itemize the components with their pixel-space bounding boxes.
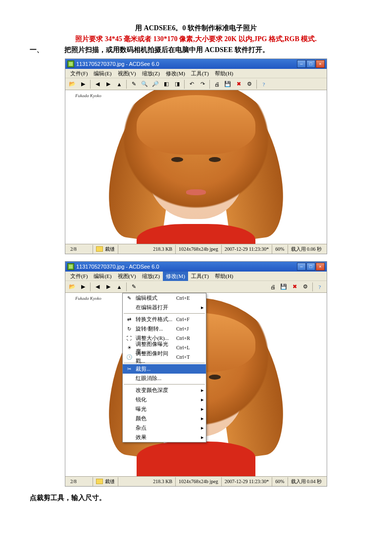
menu-item-sharpen[interactable]: 锐化▸ <box>123 395 206 404</box>
status-filesize: 218.3 KB <box>150 245 176 254</box>
step-1: 一、 把照片扫描，或用数码相机拍摄后在电脑中用 ACDSEE 软件打开。 <box>30 46 362 55</box>
zoom-actual-icon[interactable]: ◨ <box>172 79 182 89</box>
print-icon[interactable]: 🖨 <box>268 282 278 292</box>
browse-icon[interactable]: 📂 <box>67 79 77 89</box>
menu-tools[interactable]: 工具(T) <box>188 272 212 281</box>
delete-icon[interactable]: ✖ <box>290 282 299 292</box>
title-bar[interactable]: 1131705270370.jpg - ACDSee 6.0 – □ × <box>65 59 327 69</box>
rotate-right-icon[interactable]: ↷ <box>197 79 207 89</box>
menu-bar: 文件(F) 编辑(E) 视图(V) 缩放(Z) 修改(M) 工具(T) 帮助(H… <box>65 272 327 281</box>
footer-text: 点裁剪工具，输入尺寸。 <box>30 494 362 502</box>
status-zoom: 60% <box>272 245 288 254</box>
step-1-num: 一、 <box>30 46 64 55</box>
requirement-text: 照片要求 34*45 毫米或者 130*170 像素,大小要求 20K 以内,J… <box>30 35 362 44</box>
menu-file[interactable]: 文件(F) <box>67 272 91 281</box>
status-dimensions: 1024x768x24b jpeg <box>176 245 222 254</box>
status-date: 2007-12-29 11:23:30* <box>222 477 272 486</box>
menu-edit[interactable]: 编辑(E) <box>91 272 114 281</box>
zoom-fit-icon[interactable]: ◧ <box>161 79 171 89</box>
minimize-button[interactable]: – <box>297 60 306 68</box>
menu-zoom[interactable]: 缩放(Z) <box>139 69 163 78</box>
zoom-in-icon[interactable]: 🔍 <box>140 79 149 89</box>
image-viewport[interactable]: Fukada Kyoko <box>65 90 327 244</box>
menu-item-color-depth[interactable]: 改变颜色深度▸ <box>123 386 206 395</box>
toolbar: 📂 ▶ ◀ ▶ ▲ ✎ 🔍 🔎 ◧ ◨ ↶ ↷ 🖨 💾 ✖ ⚙ ? <box>65 78 327 90</box>
status-loadtime: 载入用 0.06 秒 <box>288 245 325 254</box>
menu-help[interactable]: 帮助(H) <box>212 272 236 281</box>
image-viewport[interactable]: Fukada Kyoko ✎编辑模式Ctrl+E 在编辑器打开▸ ⇄转换文件格式… <box>65 293 327 476</box>
close-button[interactable]: × <box>316 60 325 68</box>
next-icon[interactable]: ▶ <box>103 282 113 292</box>
close-button[interactable]: × <box>316 263 325 271</box>
slideshow-icon[interactable]: ▶ <box>78 282 88 292</box>
minimize-button[interactable]: – <box>297 263 306 271</box>
menu-view[interactable]: 视图(V) <box>115 69 139 78</box>
menu-item-noise[interactable]: 杂点▸ <box>123 423 206 433</box>
title-bar[interactable]: 1131705270370.jpg - ACDSee 6.0 – □ × <box>65 262 327 272</box>
toolbar: 📂 ▶ ◀ ▶ ▲ ✎ 🖨 💾 ✖ ⚙ ? <box>65 281 327 293</box>
status-filesize: 218.3 KB <box>150 477 176 486</box>
save-icon[interactable]: 💾 <box>223 79 233 89</box>
photo-content <box>107 90 285 244</box>
help-icon[interactable]: ? <box>315 282 325 292</box>
maximize-button[interactable]: □ <box>306 60 315 68</box>
browse-icon[interactable]: 📂 <box>67 282 77 292</box>
menu-modify[interactable]: 修改(M) <box>163 69 188 78</box>
menu-edit[interactable]: 编辑(E) <box>91 69 114 78</box>
menu-item-edit-mode[interactable]: ✎编辑模式Ctrl+E <box>123 293 206 303</box>
menu-item-timestamp[interactable]: 🕒调整图像时间戳...Ctrl+T <box>123 352 206 362</box>
status-date: 2007-12-29 11:23:30* <box>222 245 272 254</box>
properties-icon[interactable]: ⚙ <box>300 282 310 292</box>
zoom-out-icon[interactable]: 🔎 <box>150 79 160 89</box>
app-icon <box>67 263 74 270</box>
menu-item-exposure-sub[interactable]: 曝光▸ <box>123 404 206 414</box>
delete-icon[interactable]: ✖ <box>234 79 244 89</box>
status-position: 2/8 <box>67 477 93 486</box>
edit-icon[interactable]: ✎ <box>129 282 139 292</box>
status-position: 2/8 <box>67 245 93 254</box>
window-title: 1131705270370.jpg - ACDSee 6.0 <box>76 264 159 270</box>
status-folder: 裁缝 <box>93 477 118 486</box>
menu-help[interactable]: 帮助(H) <box>212 69 236 78</box>
status-bar: 2/8 裁缝 218.3 KB 1024x768x24b jpeg 2007-1… <box>65 476 327 486</box>
slideshow-icon[interactable]: ▶ <box>78 79 88 89</box>
screenshot-2: 1131705270370.jpg - ACDSee 6.0 – □ × 文件(… <box>65 261 327 487</box>
watermark-text: Fukada Kyoko <box>75 296 101 301</box>
step-1-text: 把照片扫描，或用数码相机拍摄后在电脑中用 ACDSEE 软件打开。 <box>64 46 362 55</box>
maximize-button[interactable]: □ <box>306 263 315 271</box>
print-icon[interactable]: 🖨 <box>212 79 222 89</box>
app-icon <box>67 60 74 67</box>
up-icon[interactable]: ▲ <box>114 282 124 292</box>
menu-zoom[interactable]: 缩放(Z) <box>139 272 163 281</box>
menu-item-effects[interactable]: 效果▸ <box>123 433 206 442</box>
status-dimensions: 1024x768x24b jpeg <box>176 477 222 486</box>
modify-dropdown: ✎编辑模式Ctrl+E 在编辑器打开▸ ⇄转换文件格式...Ctrl+F ↻旋转… <box>122 293 206 443</box>
prev-icon[interactable]: ◀ <box>93 79 102 89</box>
page-title: 用 ACDSEE6。0 软件制作标准电子照片 <box>30 24 362 33</box>
menu-item-redeye[interactable]: 红眼消除... <box>123 374 206 383</box>
screenshot-1: 1131705270370.jpg - ACDSee 6.0 – □ × 文件(… <box>65 58 327 254</box>
watermark-text: Fukada Kyoko <box>75 93 101 98</box>
menu-tools[interactable]: 工具(T) <box>188 69 212 78</box>
help-icon[interactable]: ? <box>259 79 269 89</box>
menu-modify[interactable]: 修改(M) <box>163 272 188 281</box>
prev-icon[interactable]: ◀ <box>93 282 102 292</box>
menu-file[interactable]: 文件(F) <box>67 69 91 78</box>
status-bar: 2/8 裁缝 218.3 KB 1024x768x24b jpeg 2007-1… <box>65 244 327 254</box>
menu-view[interactable]: 视图(V) <box>115 272 139 281</box>
menu-item-convert[interactable]: ⇄转换文件格式...Ctrl+F <box>123 315 206 324</box>
up-icon[interactable]: ▲ <box>114 79 124 89</box>
status-zoom: 60% <box>272 477 288 486</box>
next-icon[interactable]: ▶ <box>103 79 113 89</box>
menu-bar: 文件(F) 编辑(E) 视图(V) 缩放(Z) 修改(M) 工具(T) 帮助(H… <box>65 69 327 78</box>
rotate-left-icon[interactable]: ↶ <box>187 79 196 89</box>
menu-item-rotate[interactable]: ↻旋转/翻转...Ctrl+J <box>123 324 206 333</box>
menu-item-color[interactable]: 颜色▸ <box>123 414 206 423</box>
save-icon[interactable]: 💾 <box>279 282 289 292</box>
status-loadtime: 载入用 0.04 秒 <box>288 477 325 486</box>
window-title: 1131705270370.jpg - ACDSee 6.0 <box>76 61 159 67</box>
menu-item-crop[interactable]: ✂裁剪... <box>123 364 206 374</box>
properties-icon[interactable]: ⚙ <box>245 79 254 89</box>
edit-icon[interactable]: ✎ <box>129 79 139 89</box>
menu-item-open-editor[interactable]: 在编辑器打开▸ <box>123 303 206 312</box>
